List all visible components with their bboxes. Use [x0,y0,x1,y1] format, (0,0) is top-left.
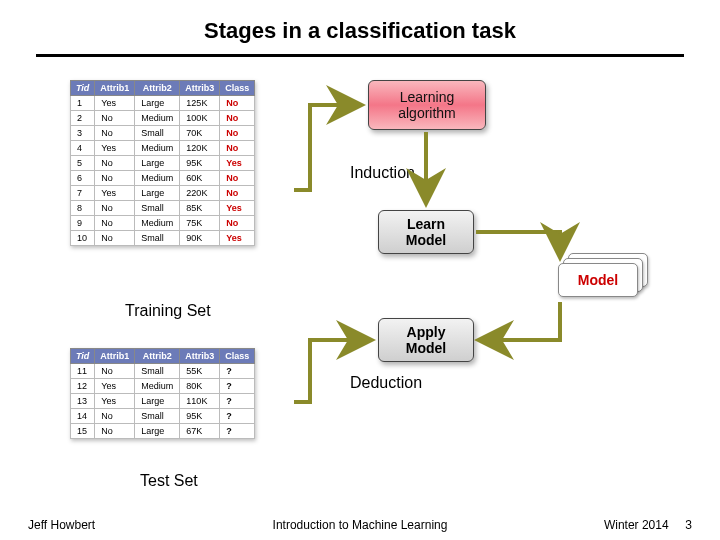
arrow-model-to-apply [478,302,560,340]
diagram-area: TidAttrib1Attrib2Attrib3Class 1YesLarge1… [0,70,720,500]
title-rule [36,54,684,57]
footer-course: Introduction to Machine Learning [0,518,720,532]
arrows-layer [0,70,720,540]
arrow-trainset-to-alg [294,105,362,190]
arrow-learn-to-model [476,232,560,258]
slide-title: Stages in a classification task [0,0,720,50]
footer: Jeff Howbert Introduction to Machine Lea… [0,518,720,532]
arrow-testset-to-apply [294,340,372,402]
